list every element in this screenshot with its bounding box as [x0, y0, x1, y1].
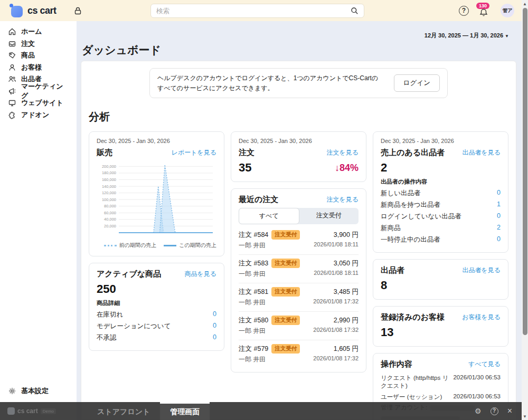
page-scrollbar[interactable]: ▲ ▼	[522, 0, 528, 420]
helpdesk-banner: ヘルプデスクのアカウントでログインすると、1つのアカウントでCS-Cartのすべ…	[149, 68, 448, 98]
help-circle-icon[interactable]: ?	[491, 407, 498, 415]
products-detail-subtitle: 商品詳細	[97, 299, 216, 307]
scroll-down-arrow-icon[interactable]: ▼	[522, 413, 528, 420]
demo-bottom-bar: cs cart Demo ストアフロント 管理画面 ⚙ ? ×	[0, 402, 528, 420]
svg-text:20,000: 20,000	[104, 224, 116, 228]
tab-order-received[interactable]: 注文受付	[299, 208, 359, 224]
status-badge: 注文受付	[271, 316, 300, 325]
date-range-picker[interactable]: 12月 30, 2025 — 1月 30, 2026 ▼	[425, 32, 509, 40]
legend-current-period: この期間の売上	[164, 242, 216, 249]
view-orders-link[interactable]: 注文を見る	[326, 195, 359, 204]
website-icon	[8, 99, 16, 107]
stat-value-link[interactable]: 0	[497, 189, 501, 198]
brand-name: cs cart	[27, 5, 56, 16]
legend-previous-period: 前の期間の売上	[104, 242, 156, 249]
view-products-link[interactable]: 商品を見る	[184, 270, 216, 279]
login-button[interactable]: ログイン	[394, 74, 440, 92]
recent-orders-title: 最近の注文	[239, 195, 278, 205]
addons-icon	[8, 111, 16, 119]
sidebar-item-customers[interactable]: お客様	[0, 62, 77, 74]
orders-card: Dec 30, 2025 - Jan 30, 2026 注文 注文を見る 35 …	[231, 131, 366, 182]
banner-text: ヘルプデスクのアカウントでログインすると、1つのアカウントでCS-Cartのすべ…	[157, 73, 383, 93]
stat-value-link[interactable]: 0	[497, 212, 501, 221]
recent-orders-card: 最近の注文 注文を見る すべて 注文受付 注文 #584注文受付3,900 円 …	[231, 188, 366, 373]
settings-gear-icon[interactable]: ⚙	[475, 407, 482, 415]
sidebar-item-label: お客様	[21, 63, 42, 72]
search-icon[interactable]	[351, 7, 359, 15]
page-title: ダッシュボード	[82, 43, 161, 58]
sales-title: 販売	[97, 148, 112, 158]
orders-icon	[8, 40, 16, 48]
scroll-up-arrow-icon[interactable]: ▲	[522, 0, 528, 7]
gear-icon	[8, 387, 16, 395]
tab-admin-panel[interactable]: 管理画面	[160, 402, 210, 420]
vendors-value: 8	[381, 279, 501, 292]
search-input[interactable]	[156, 7, 351, 15]
sidebar-item-home[interactable]: ホーム	[0, 26, 77, 38]
svg-text:40,000: 40,000	[104, 217, 116, 222]
stat-row: ログインしていない出品者0	[381, 211, 501, 222]
global-search	[150, 4, 364, 18]
status-badge: 注文受付	[271, 344, 300, 354]
svg-text:140,000: 140,000	[102, 184, 116, 189]
active-products-title: アクティブな商品	[97, 269, 161, 279]
cscart-logo-icon	[10, 4, 23, 17]
user-avatar[interactable]: 管ア	[501, 4, 514, 17]
vendors-icon	[8, 75, 16, 83]
stat-row: 新商品2	[381, 222, 501, 234]
dotted-line-icon	[104, 245, 117, 246]
sidebar-item-addons[interactable]: アドオン	[0, 109, 77, 121]
stat-value-link[interactable]: 0	[213, 310, 216, 319]
view-all-link[interactable]: すべて見る	[468, 360, 501, 369]
stat-value-link[interactable]: 0	[497, 235, 501, 244]
bottom-bar-logo: cs cart Demo	[0, 407, 87, 415]
orders-change-negative: ↓84%	[335, 163, 359, 174]
sidebar-item-marketing[interactable]: マーケティング	[0, 85, 77, 98]
tab-all[interactable]: すべて	[239, 208, 299, 224]
notification-count-badge: 130	[476, 3, 489, 9]
notifications-bell-icon[interactable]: 130	[478, 4, 491, 17]
view-vendors-link[interactable]: 出品者を見る	[462, 148, 501, 157]
top-header: cs cart ? 130 管ア	[0, 0, 528, 21]
registered-customers-card: 登録済みのお客様 お客様を見る 13	[373, 306, 508, 347]
scrollbar-thumb[interactable]	[523, 8, 527, 335]
close-icon[interactable]: ×	[507, 407, 512, 415]
stat-row: 不承認0	[97, 332, 216, 343]
solid-line-icon	[164, 245, 176, 246]
order-row[interactable]: 注文 #583注文受付3,050 円 一郎 井田2026/01/08 18:11	[239, 255, 359, 283]
stat-value-link[interactable]: 0	[213, 322, 216, 331]
order-row[interactable]: 注文 #580注文受付2,990 円 一郎 井田2026/01/08 17:32	[239, 312, 359, 340]
tab-storefront[interactable]: ストアフロント	[87, 402, 160, 420]
sidebar-item-products[interactable]: 商品	[0, 50, 77, 62]
sidebar-item-label: アドオン	[21, 110, 49, 120]
stat-value-link[interactable]: 0	[213, 333, 216, 342]
stat-row: 新商品を持つ出品者1	[381, 199, 501, 211]
help-icon[interactable]: ?	[459, 6, 469, 16]
order-row[interactable]: 注文 #581注文受付3,485 円 一郎 井田2026/01/08 17:32	[239, 283, 359, 312]
view-orders-link[interactable]: 注文を見る	[326, 148, 359, 157]
customers-title: 登録済みのお客様	[381, 312, 445, 322]
view-customers-link[interactable]: お客様を見る	[462, 313, 501, 322]
sidebar-item-orders[interactable]: 注文	[0, 38, 77, 50]
view-reports-link[interactable]: レポートを見る	[172, 148, 216, 157]
cscart-logo[interactable]: cs cart	[0, 4, 56, 17]
sales-card: Dec 30, 2025 - Jan 30, 2026 販売 レポートを見る 2…	[89, 131, 224, 256]
stat-value-link[interactable]: 1	[497, 201, 501, 209]
sidebar-item-settings[interactable]: 基本設定	[0, 385, 77, 397]
vendors-title: 出品者	[381, 265, 404, 275]
activity-title: 操作内容	[381, 359, 412, 369]
view-vendors-link[interactable]: 出品者を見る	[462, 266, 501, 275]
svg-text:80,000: 80,000	[104, 204, 116, 208]
orders-value: 35	[239, 161, 251, 175]
svg-text:160,000: 160,000	[102, 177, 116, 182]
order-row[interactable]: 注文 #584注文受付3,900 円 一郎 井田2026/01/08 18:11	[239, 226, 359, 255]
demo-badge: Demo	[41, 408, 56, 414]
order-row[interactable]: 注文 #579注文受付1,605 円 一郎 井田2026/01/08 17:32	[239, 340, 359, 365]
customers-icon	[8, 63, 16, 72]
sidebar-item-label: ホーム	[21, 27, 42, 36]
status-badge: 注文受付	[271, 259, 300, 268]
lock-icon[interactable]	[73, 6, 82, 15]
svg-text:200,000: 200,000	[102, 164, 116, 169]
stat-value-link[interactable]: 2	[497, 224, 501, 233]
active-products-value: 250	[97, 282, 216, 296]
